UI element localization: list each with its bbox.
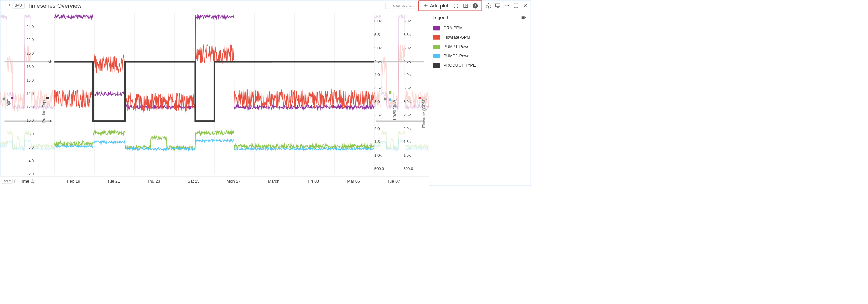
close-button[interactable] [522,2,529,9]
add-plot-button[interactable]: Add plot [422,2,450,10]
marker-pump2 [389,98,391,101]
time-toggle[interactable]: Time [14,179,35,184]
svg-point-11 [507,5,508,6]
y-tick-gpm: 2.5k [404,113,416,118]
legend-label: PUMP2-Power [444,54,471,58]
y-tick-power: 1.5k [374,140,387,145]
close-icon [522,3,528,9]
x-ticks: Feb 19Tue 21Thu 23Sat 25Mon 27MarchFri 0… [36,176,427,185]
y-tick-product: D [48,119,61,123]
page-title: Timeseries Overview [27,2,81,9]
y-tick-ppm: 10.0 [21,118,34,123]
y-tick-power: 4.0k [374,73,387,77]
axis-label-flowrate: Flowrate (GPM) [422,98,427,128]
y-tick-power: 3.5k [374,86,387,91]
legend-header: Legend [429,11,531,23]
presentation-icon [495,3,501,9]
marker-product [46,97,49,99]
x-tick: Tue 21 [107,179,120,184]
bottombar: $GE Time Feb 19Tue 21Thu 23Sat 25Mon 27M… [0,176,429,186]
y-tick-gpm: 1.0k [404,153,416,158]
present-button[interactable] [494,2,501,9]
y-tick-power: 500.0 [374,167,387,171]
legend-swatch [433,45,440,49]
plus-icon [423,3,428,8]
y-tick-gpm: 1.5k [404,140,416,145]
legend-swatch [433,54,440,58]
svg-point-6 [488,5,489,6]
titlebar: ⋮⋮ $AU Timeseries Overview Time series c… [0,0,531,11]
calendar-icon [14,179,19,183]
y-tick-ppm: 20.0 [21,51,34,56]
legend-swatch [433,63,440,68]
y-tick-ppm: 12.0 [21,105,34,109]
toolbar-right [485,2,528,9]
drag-handle-icon[interactable]: ⋮⋮ [2,3,12,8]
legend-swatch [433,35,440,39]
marker-ppm [11,97,13,99]
x-tick: March [268,179,279,184]
x-tick: Sat 25 [188,179,199,184]
svg-point-12 [508,5,509,6]
y-tick-power: 4.5k [374,60,387,64]
x-tick: Tue 07 [387,179,400,184]
chart-area[interactable]: ppm Product Type Power (kW) Flowrate (GP… [0,11,429,186]
y-tick-gpm: 3.5k [404,86,416,91]
y-tick-ppm: 16.0 [21,78,34,83]
legend-menu-button[interactable] [520,14,527,21]
split-panel-button[interactable] [462,2,469,9]
legend-label: Flowrate-GPM [444,35,470,40]
download-button[interactable] [472,2,479,9]
list-arrow-icon [521,15,526,20]
fullscreen-button[interactable] [513,2,519,9]
ge-chip[interactable]: $GE [2,179,13,184]
svg-point-10 [505,5,506,6]
marker-pump1 [389,91,391,94]
gear-icon [30,179,34,183]
legend-items: DRA-PPMFlowrate-GPMPUMP1-PowerPUMP2-Powe… [429,23,531,70]
legend-item[interactable]: DRA-PPM [433,26,527,30]
y-tick-ppm: 14.0 [21,91,34,96]
x-tick: Thu 23 [147,179,160,184]
add-plot-label: Add plot [430,3,448,9]
legend-label: DRA-PPM [444,26,463,30]
legend-item[interactable]: PUMP1-Power [433,44,527,49]
y-tick-gpm: 3.0k [404,100,416,104]
y-tick-gpm: 500.0 [404,167,416,171]
panel-split-icon [463,3,468,9]
y-tick-gpm: 4.0k [404,73,416,77]
svg-rect-15 [15,180,18,183]
y-tick-gpm: 2.0k [404,126,416,131]
marker-flowrate [419,97,421,99]
legend-item[interactable]: PRODUCT TYPE [433,63,527,68]
expand-icon [513,3,519,9]
x-tick: Fri 03 [308,179,319,184]
au-chip[interactable]: $AU [13,3,25,9]
y-tick-power: 2.5k [374,113,387,118]
legend-label: PUMP1-Power [444,44,471,49]
y-tick-ppm: 8.0 [21,132,34,136]
y-tick-product: G [48,60,61,64]
legend-panel: Legend DRA-PPMFlowrate-GPMPUMP1-PowerPUM… [429,11,531,186]
prev-arrow[interactable]: ◀ [2,96,5,101]
chart-type-chip[interactable]: Time series chart [385,3,416,9]
main-area: ppm Product Type Power (kW) Flowrate (GP… [0,11,531,186]
settings-button[interactable] [485,2,492,9]
y-tick-ppm: 6.0 [21,145,34,150]
legend-swatch [433,26,440,30]
more-button[interactable] [503,2,510,9]
y-tick-power: 2.0k [374,126,387,131]
legend-item[interactable]: PUMP2-Power [433,54,527,58]
y-tick-ppm: 18.0 [21,65,34,69]
x-tick: Mon 27 [227,179,241,184]
highlighted-toolbar-group: Add plot [418,0,482,11]
y-tick-gpm: 4.5k [404,60,416,64]
y-tick-ppm: 24.0 [21,24,34,29]
legend-item[interactable]: Flowrate-GPM [433,35,527,40]
ellipsis-icon [504,3,510,9]
focus-frame-button[interactable] [453,2,460,9]
y-tick-gpm: 5.5k [404,33,416,37]
plot-canvas[interactable] [0,11,429,176]
axis-label-power: Power (kW) [392,98,397,120]
y-tick-power: 6.0k [374,19,387,23]
